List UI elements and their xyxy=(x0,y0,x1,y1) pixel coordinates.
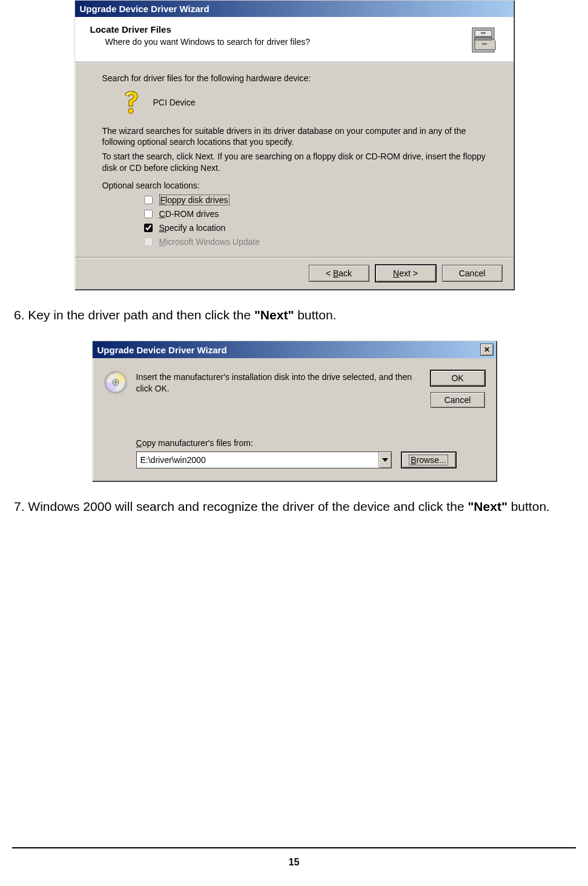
checkbox-specify-label: Specify a location xyxy=(159,223,226,233)
step-6-bold: "Next" xyxy=(254,308,294,322)
page-number: 15 xyxy=(0,857,588,868)
svg-point-6 xyxy=(128,108,133,113)
checkbox-cdrom-label: CD-ROM drives xyxy=(159,209,219,219)
copy-dialog-message: Insert the manufacturer's installation d… xyxy=(136,370,422,395)
step-7-bold: "Next" xyxy=(467,499,507,513)
browse-button[interactable]: Browse... xyxy=(401,452,456,468)
optional-locations-label: Optional search locations: xyxy=(102,181,486,190)
wizard-header-title: Locate Driver Files xyxy=(90,24,310,35)
close-icon: ✕ xyxy=(484,345,490,354)
question-mark-icon xyxy=(121,90,142,115)
wizard-paragraph-1: The wizard searches for suitable drivers… xyxy=(102,125,486,147)
svg-marker-11 xyxy=(382,458,388,462)
svg-rect-4 xyxy=(475,38,492,40)
cancel-button-2-label: Cancel xyxy=(444,395,471,405)
svg-point-10 xyxy=(114,381,117,384)
wizard-titlebar: Upgrade Device Driver Wizard xyxy=(75,1,514,17)
wizard-dialog-locate-files: Upgrade Device Driver Wizard Locate Driv… xyxy=(74,0,514,290)
wizard-body: Search for driver files for the followin… xyxy=(75,62,514,257)
page-footer-rule xyxy=(12,847,576,848)
checkbox-specify[interactable]: Specify a location xyxy=(142,222,486,234)
step-7-prefix: 7. Windows 2000 will search and recogniz… xyxy=(14,499,467,513)
checkbox-specify-input[interactable] xyxy=(144,224,153,232)
next-button[interactable]: Next > xyxy=(375,265,436,282)
copy-dialog-title-text: Upgrade Device Driver Wizard xyxy=(97,345,227,355)
next-button-label: Next > xyxy=(393,268,418,278)
step-6-prefix: 6. Key in the driver path and then click… xyxy=(14,308,254,322)
svg-rect-2 xyxy=(481,32,486,34)
back-button[interactable]: < Back xyxy=(309,265,369,282)
back-button-label: < Back xyxy=(326,268,352,278)
close-button[interactable]: ✕ xyxy=(480,344,494,356)
checkbox-cdrom-input[interactable] xyxy=(144,210,153,218)
step-6-text: 6. Key in the driver path and then click… xyxy=(14,307,574,324)
copy-from-label: Copy manufacturer's files from: xyxy=(136,438,485,448)
checkbox-ms-update-label: Microsoft Windows Update xyxy=(159,237,260,247)
copy-dialog-body: Insert the manufacturer's installation d… xyxy=(93,358,496,481)
wizard-header-sub: Where do you want Windows to search for … xyxy=(105,37,310,47)
wizard-footer: < Back Next > Cancel xyxy=(75,258,514,289)
device-row: PCI Device xyxy=(121,90,486,115)
optional-locations-group: Floppy disk drives CD-ROM drives Specify… xyxy=(142,194,486,248)
cancel-button-2[interactable]: Cancel xyxy=(431,392,485,408)
step-7-suffix: button. xyxy=(507,499,550,513)
chevron-down-icon xyxy=(382,458,388,462)
svg-rect-5 xyxy=(482,43,487,45)
cd-disk-icon xyxy=(104,370,128,396)
ok-button[interactable]: OK xyxy=(431,370,485,386)
path-combobox[interactable] xyxy=(136,451,392,468)
copy-files-dialog: Upgrade Device Driver Wizard ✕ Inse xyxy=(92,341,497,481)
browse-button-label: Browse... xyxy=(409,455,448,465)
step-7-text: 7. Windows 2000 will search and recogniz… xyxy=(14,498,574,515)
search-prompt-text: Search for driver files for the followin… xyxy=(102,73,486,83)
cancel-button-label: Cancel xyxy=(459,268,486,278)
checkbox-ms-update-input xyxy=(144,238,153,246)
device-name-text: PCI Device xyxy=(153,98,196,107)
wizard-title-text: Upgrade Device Driver Wizard xyxy=(80,4,210,14)
checkbox-floppy[interactable]: Floppy disk drives xyxy=(142,194,486,206)
combobox-arrow-button[interactable] xyxy=(378,452,391,468)
path-input[interactable] xyxy=(137,452,378,468)
checkbox-floppy-label: Floppy disk drives xyxy=(159,195,230,205)
checkbox-floppy-input[interactable] xyxy=(144,196,153,204)
file-cabinet-icon xyxy=(469,23,501,56)
copy-dialog-titlebar: Upgrade Device Driver Wizard ✕ xyxy=(93,341,496,358)
checkbox-ms-update: Microsoft Windows Update xyxy=(142,236,486,248)
step-6-suffix: button. xyxy=(294,308,336,322)
ok-button-label: OK xyxy=(451,373,463,383)
wizard-header-panel: Locate Driver Files Where do you want Wi… xyxy=(75,17,514,62)
cancel-button[interactable]: Cancel xyxy=(442,265,503,282)
wizard-paragraph-2: To start the search, click Next. If you … xyxy=(102,151,486,173)
checkbox-cdrom[interactable]: CD-ROM drives xyxy=(142,208,486,220)
